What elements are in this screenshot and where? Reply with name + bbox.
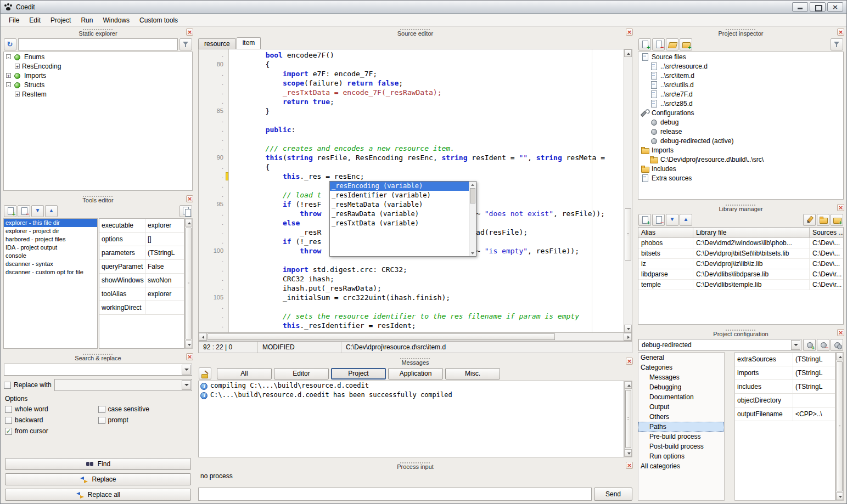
code-line[interactable]: 105 _initialSum = crc322uint(ihash.finis… <box>199 293 624 302</box>
expander-icon[interactable]: - <box>6 54 11 59</box>
static-symbol-enums[interactable]: -Enums <box>4 52 192 61</box>
tool-property-value[interactable]: [] <box>145 233 184 246</box>
filter-button[interactable] <box>831 38 843 50</box>
completion-item-residentifier-variable[interactable]: _resIdentifier (variable) <box>330 191 469 200</box>
editor-horizontal-scrollbar[interactable] <box>198 333 632 341</box>
minimize-button[interactable] <box>792 2 808 12</box>
dropdown-arrow-icon[interactable] <box>182 380 191 390</box>
tool-item-dscanner-custom-opt-for-file[interactable]: dscanner - custom opt for file <box>4 268 97 276</box>
code-line[interactable]: . this._resIdentifier = resIdent; <box>199 321 624 330</box>
library-row-bitsets[interactable]: bitsetsC:\Dev\dproj\bitSet\lib\bitsets.l… <box>638 248 843 259</box>
message-row[interactable]: compiling C:\...\build\resource.d.coedit <box>199 381 624 390</box>
replace-with-checkbox[interactable]: Replace with <box>4 380 52 390</box>
move-library-up-button[interactable] <box>680 214 692 226</box>
library-row-temple[interactable]: templeC:\Dev\dlibs\temple.libC:\Dev\r... <box>638 280 843 290</box>
code-line[interactable]: . this._res = resEnc; <box>199 172 624 181</box>
config-property-value[interactable]: (TStringL <box>793 380 835 393</box>
scroll-thumb[interactable] <box>837 361 843 491</box>
static-explorer-header[interactable]: Static explorer <box>2 28 194 37</box>
scroll-right-icon[interactable] <box>624 333 632 341</box>
message-row[interactable]: C:\...\build\resource.d.coedit has been … <box>199 390 624 400</box>
config-property-value[interactable]: (TStringL <box>793 366 835 380</box>
library-column-library-file[interactable]: Library file <box>693 228 810 237</box>
scroll-down-icon[interactable] <box>625 449 632 457</box>
project-item-src-z85-d[interactable]: ..\src\z85.d <box>638 99 843 108</box>
code-line[interactable]: . <box>199 256 624 265</box>
open-folder-button[interactable] <box>666 38 678 50</box>
editor-tab-resource[interactable]: resource <box>198 38 236 49</box>
add-folder-button[interactable] <box>680 38 692 50</box>
category-debugging[interactable]: Debugging <box>638 382 724 392</box>
option-whole-word[interactable]: whole word <box>5 404 98 415</box>
project-inspector-header[interactable]: Project inspector <box>636 28 845 37</box>
scroll-down-icon[interactable] <box>185 341 192 348</box>
category-others[interactable]: Others <box>638 412 724 422</box>
completion-scrollbar[interactable] <box>469 182 476 256</box>
category-pre-build-process[interactable]: Pre-build process <box>638 432 724 441</box>
scroll-thumb[interactable] <box>186 228 192 339</box>
code-line[interactable]: 90 this(string resFile, ResEncoding resE… <box>199 153 624 162</box>
code-line[interactable]: . CRC32 ihash; <box>199 274 624 284</box>
code-area[interactable]: _resEncoding (variable)_resIdentifier (v… <box>199 49 624 332</box>
messages-scrollbar[interactable] <box>624 381 632 457</box>
project-item-source-files[interactable]: Source files <box>638 52 843 61</box>
tool-item-ida-project-output[interactable]: IDA - project output <box>4 243 97 252</box>
scroll-thumb[interactable] <box>625 208 631 261</box>
library-row-iz[interactable]: izC:\Dev\dproj\iz\lib\iz.libC:\Dev\... <box>638 259 843 269</box>
tool-item-explorer-project-dir[interactable]: explorer - project dir <box>4 227 97 235</box>
code-line[interactable]: . import e7F: encode_7F; <box>199 69 624 78</box>
configuration-scrollbar[interactable] <box>835 352 844 501</box>
code-line[interactable]: 85 } <box>199 106 624 116</box>
search-replace-close-icon[interactable] <box>186 353 193 360</box>
category-run-options[interactable]: Run options <box>638 451 724 461</box>
tool-item-harbored-project-files[interactable]: harbored - project files <box>4 235 97 243</box>
messages-filter-all[interactable]: All <box>217 368 272 380</box>
static-symbol-resitem[interactable]: +ResItem <box>4 89 192 99</box>
category-output[interactable]: Output <box>638 402 724 412</box>
process-input-close-icon[interactable] <box>626 462 633 469</box>
completion-item-resmetadata-variable[interactable]: _resMetaData (variable) <box>330 200 469 209</box>
project-item-src-item-d[interactable]: ..\src\item.d <box>638 71 843 80</box>
edit-library-button[interactable] <box>803 214 816 226</box>
tool-item-dscanner-syntax[interactable]: dscanner - syntax <box>4 260 97 268</box>
tool-item-console[interactable]: console <box>4 252 97 260</box>
maximize-button[interactable] <box>810 2 826 12</box>
code-line[interactable]: . // sets the resource identifier to the… <box>199 312 624 321</box>
editor-tab-item[interactable]: item <box>237 37 261 49</box>
messages-close-icon[interactable] <box>626 358 633 365</box>
project-item-debug[interactable]: debug <box>638 117 843 127</box>
tool-property-value[interactable]: swoNon <box>145 274 184 287</box>
tools-editor-scrollbar[interactable] <box>184 218 193 349</box>
scroll-thumb[interactable] <box>207 333 555 340</box>
tools-editor-header[interactable]: Tools editor <box>2 195 194 204</box>
project-item-src-e7f-d[interactable]: ..\src\e7F.d <box>638 89 843 99</box>
config-property-value[interactable]: (TStringL <box>793 353 835 366</box>
replace-button[interactable]: Replace <box>5 473 191 485</box>
add-tool-button[interactable] <box>4 205 16 217</box>
category-messages[interactable]: Messages <box>638 372 724 382</box>
static-explorer-close-icon[interactable] <box>186 29 193 36</box>
refresh-list-button[interactable] <box>4 38 16 50</box>
completion-item-resencoding-variable[interactable]: _resEncoding (variable) <box>330 182 469 191</box>
code-line[interactable]: . public: <box>199 125 624 134</box>
messages-filter-misc[interactable]: Misc. <box>445 368 500 380</box>
window-close-button[interactable] <box>827 2 843 12</box>
tool-property-value[interactable]: (TStringL <box>145 246 184 259</box>
menu-custom-tools[interactable]: Custom tools <box>134 14 183 26</box>
completion-item-restxtdata-variable[interactable]: _resTxtData (variable) <box>330 219 469 228</box>
messages-filter-application[interactable]: Application <box>388 368 443 380</box>
remove-tool-button[interactable] <box>18 205 30 217</box>
add-library-button[interactable] <box>638 214 651 226</box>
project-item-extra-sources[interactable]: Extra sources <box>638 173 843 183</box>
code-line[interactable]: . import std.digest.crc: CRC32; <box>199 265 624 274</box>
remove-configuration-button[interactable] <box>817 339 829 351</box>
scroll-up-icon[interactable] <box>469 182 476 188</box>
config-property-value[interactable] <box>793 394 835 407</box>
move-tool-down-button[interactable] <box>31 205 44 217</box>
menu-windows[interactable]: Windows <box>98 14 134 26</box>
open-library-button[interactable] <box>817 214 829 226</box>
editor-vertical-scrollbar[interactable] <box>624 49 632 332</box>
remove-library-button[interactable] <box>652 214 665 226</box>
scroll-down-icon[interactable] <box>469 250 476 256</box>
filter-button[interactable] <box>180 38 192 50</box>
